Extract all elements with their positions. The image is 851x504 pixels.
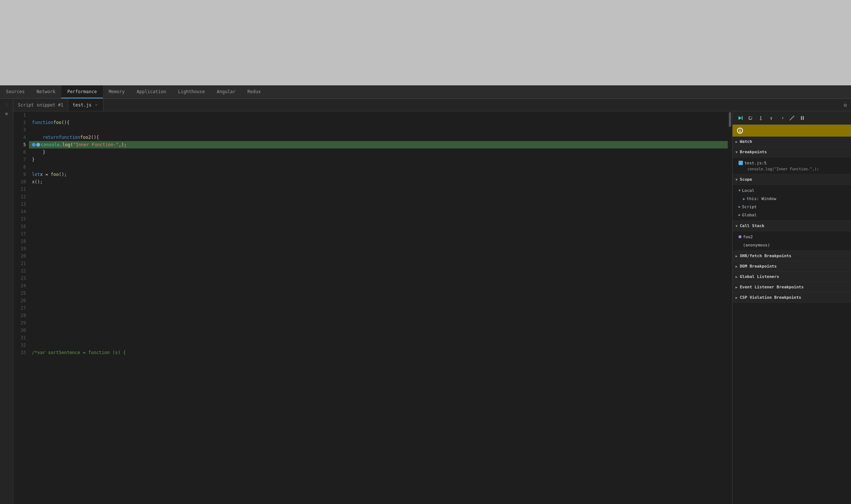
tab-angular[interactable]: Angular	[211, 85, 242, 98]
code-line-1	[29, 111, 728, 119]
line-num-30: 30	[13, 327, 29, 334]
watch-label: Watch	[740, 139, 752, 144]
code-line-33: /*var sortSentence = function (s) {	[29, 349, 728, 356]
this-arrow: ▶	[743, 197, 745, 201]
file-tree-icon[interactable]: ⊞	[3, 110, 10, 117]
dom-section-header[interactable]: ▶ DOM Breakpoints	[733, 261, 851, 272]
callstack-section-header[interactable]: ▼ Call Stack	[733, 221, 851, 231]
line-num-28: 28	[13, 312, 29, 319]
csp-chevron: ▶	[736, 296, 737, 300]
close-tab-icon[interactable]: ×	[94, 102, 99, 108]
code-line-9: let x = foo();	[29, 171, 728, 178]
line-num-23: 23	[13, 275, 29, 282]
breakpoints-content: test.js:5 console.log("Inner Function-",…	[733, 157, 851, 174]
tab-lighthouse[interactable]: Lighthouse	[172, 85, 211, 98]
svg-marker-2	[760, 119, 762, 120]
line-num-25: 25	[13, 289, 29, 297]
scope-section-header[interactable]: ▼ Scope	[733, 174, 851, 185]
breakpoint-file: test.js:5	[744, 161, 767, 166]
vertical-scrollbar[interactable]	[728, 111, 732, 504]
csp-label: CSP Violation Breakpoints	[740, 295, 801, 300]
file-tab-snippet[interactable]: Script snippet #1	[13, 99, 68, 111]
breakpoint-item[interactable]: test.js:5	[733, 159, 851, 167]
line-num-26: 26	[13, 297, 29, 304]
line-num-18: 18	[13, 238, 29, 245]
code-content: function foo(){ return function foo2(){ …	[29, 111, 728, 504]
csp-section-header[interactable]: ▶ CSP Violation Breakpoints	[733, 292, 851, 303]
scope-script[interactable]: ▶ Script	[733, 203, 851, 211]
scope-content: ▼ Local ▶ this: Window ▶ Script	[733, 185, 851, 221]
expand-tabs-icon[interactable]: ⊡	[840, 99, 851, 111]
tab-redux[interactable]: Redux	[241, 85, 267, 98]
deactivate-breakpoints-button[interactable]	[788, 114, 796, 122]
watch-chevron: ▶	[736, 140, 737, 144]
script-label: Script	[742, 204, 757, 209]
event-section-header[interactable]: ▶ Event Listener Breakpoints	[733, 282, 851, 292]
sidebar-toggle[interactable]: ⋮	[3, 101, 10, 108]
line-num-33: 33	[13, 349, 29, 356]
code-line-30	[29, 327, 728, 334]
line-num-22: 22	[13, 267, 29, 275]
watch-section-header[interactable]: ▶ Watch	[733, 137, 851, 147]
code-line-29	[29, 319, 728, 327]
code-line-20	[29, 252, 728, 260]
global-label: Global	[742, 213, 757, 217]
tab-memory[interactable]: Memory	[103, 85, 131, 98]
code-line-18	[29, 238, 728, 245]
callstack-anon-label: (anonymous)	[743, 243, 770, 248]
right-panel-scroll[interactable]: ▶ Watch ▼ Breakpoints test.js:5	[733, 137, 851, 504]
step-out-button[interactable]	[767, 114, 776, 122]
line-num-24: 24	[13, 282, 29, 289]
svg-marker-4	[770, 117, 772, 118]
step-over-button[interactable]	[746, 114, 755, 122]
tab-application[interactable]: Application	[131, 85, 172, 98]
dom-label: DOM Breakpoints	[740, 264, 776, 269]
resume-button[interactable]	[736, 114, 744, 122]
breakpoint-checkbox[interactable]	[738, 161, 743, 165]
tab-performance[interactable]: Performance	[61, 85, 102, 98]
svg-rect-7	[803, 116, 804, 120]
step-into-button[interactable]	[756, 114, 765, 122]
scope-this[interactable]: ▶ this: Window	[733, 194, 851, 203]
breakpoint-dot	[32, 143, 36, 147]
breakpoints-section-header[interactable]: ▼ Breakpoints	[733, 147, 851, 157]
callstack-anon[interactable]: (anonymous)	[733, 241, 851, 249]
local-chevron: ▼	[738, 189, 740, 192]
tab-sources[interactable]: Sources	[0, 85, 31, 98]
line-num-32: 32	[13, 341, 29, 349]
code-line-23	[29, 275, 728, 282]
line-num-17: 17	[13, 230, 29, 238]
file-tab-testjs[interactable]: test.js ×	[68, 99, 104, 111]
code-line-28	[29, 312, 728, 319]
scrollbar-thumb[interactable]	[729, 112, 731, 127]
line-num-13: 13	[13, 200, 29, 208]
code-line-21	[29, 260, 728, 267]
scope-global[interactable]: ▶ Global	[733, 211, 851, 219]
line-num-14: 14	[13, 208, 29, 215]
event-chevron: ▶	[736, 285, 737, 289]
pause-banner: i	[733, 125, 851, 137]
scope-local[interactable]: ▼ Local	[733, 186, 851, 194]
listeners-section-header[interactable]: ▶ Global Listeners	[733, 272, 851, 282]
callstack-chevron: ▼	[736, 224, 737, 228]
step-button[interactable]	[777, 114, 786, 122]
code-line-26	[29, 297, 728, 304]
code-line-11	[29, 186, 728, 193]
code-line-16	[29, 223, 728, 230]
scope-chevron: ▼	[736, 178, 737, 181]
code-line-27	[29, 304, 728, 312]
line-num-21: 21	[13, 260, 29, 267]
code-view[interactable]: 1 2 3 4 5 6 7 8 9 10 11 12 13	[13, 111, 732, 504]
callstack-content: foo2 (anonymous)	[733, 231, 851, 251]
code-line-3	[29, 126, 728, 134]
tab-network[interactable]: Network	[31, 85, 62, 98]
code-line-7: }	[29, 156, 728, 163]
pause-exceptions-button[interactable]	[798, 114, 807, 122]
code-line-25	[29, 289, 728, 297]
line-num-5: 5	[13, 141, 29, 148]
xhr-section-header[interactable]: ▶ XHR/fetch Breakpoints	[733, 251, 851, 261]
callstack-foo2[interactable]: foo2	[733, 233, 851, 241]
line-num-31: 31	[13, 334, 29, 341]
code-line-2: function foo(){	[29, 119, 728, 126]
breakpoints-chevron: ▼	[736, 150, 737, 154]
